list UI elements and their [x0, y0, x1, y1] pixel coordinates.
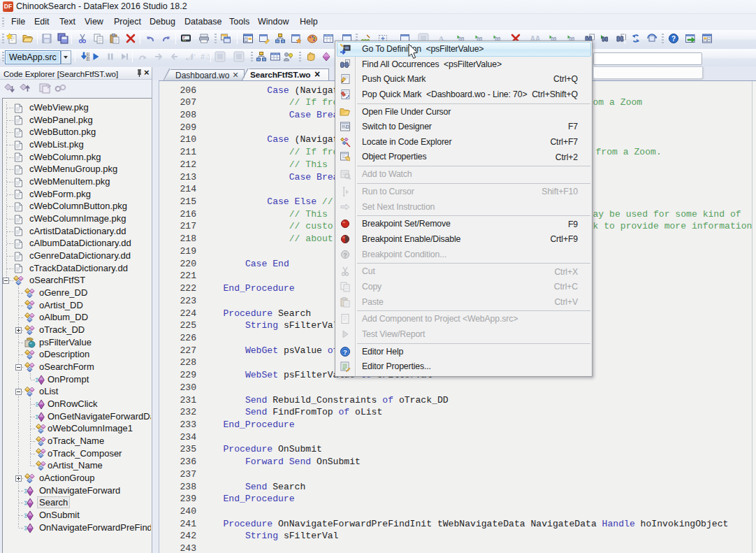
svg-text:?: ?: [671, 35, 676, 43]
svg-text:𝓝: 𝓝: [186, 52, 196, 62]
svg-text:?: ?: [343, 348, 347, 356]
svg-text:01: 01: [87, 58, 90, 62]
svg-text:?: ?: [343, 251, 347, 258]
